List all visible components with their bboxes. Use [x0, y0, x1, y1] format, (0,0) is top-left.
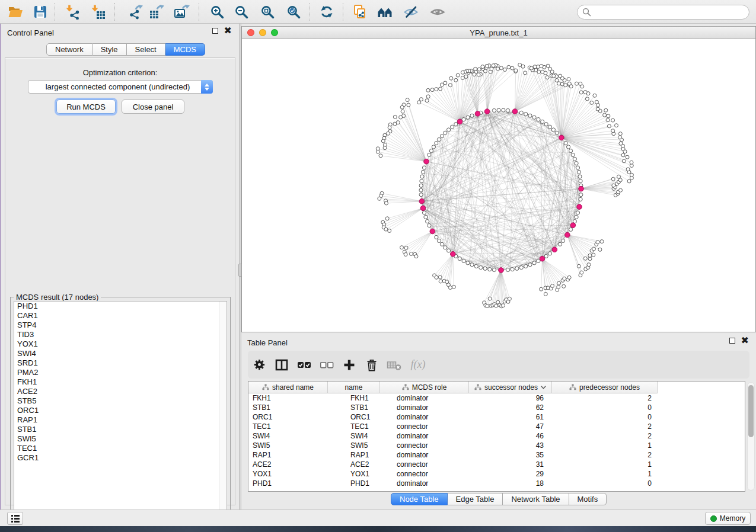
- refresh-layout-icon[interactable]: [317, 2, 337, 21]
- float-panel-icon[interactable]: [212, 28, 218, 34]
- table-row[interactable]: SWI4SWI4dominator462: [248, 431, 658, 441]
- table-scrollbar[interactable]: [747, 382, 755, 491]
- task-list-button[interactable]: [7, 512, 23, 525]
- tab-network-table[interactable]: Network Table: [503, 493, 569, 505]
- close-panel-icon[interactable]: ✖: [224, 28, 232, 34]
- column-header-successor-nodes[interactable]: successor nodes: [469, 382, 552, 393]
- search-field[interactable]: [577, 5, 749, 20]
- toolbar-separator: [199, 3, 199, 21]
- delete-column-icon[interactable]: [361, 354, 383, 376]
- mcds-result-item[interactable]: SRD1: [14, 358, 227, 368]
- search-input[interactable]: [594, 8, 749, 17]
- hide-selected-icon[interactable]: [401, 2, 421, 21]
- table-row[interactable]: YOX1YOX1connector291: [248, 469, 658, 479]
- zoom-fit-icon[interactable]: [257, 2, 277, 21]
- zoom-out-icon[interactable]: [231, 2, 251, 21]
- optimization-criterion-select[interactable]: largest connected component (undirected): [28, 80, 213, 94]
- column-header-label: name: [344, 383, 362, 392]
- network-window-titlebar[interactable]: YPA_prune.txt_1: [242, 27, 755, 39]
- table-panel-tabs: Node Table Edge Table Network Table Moti…: [391, 493, 607, 505]
- table-row[interactable]: RAP1RAP1dominator352: [248, 450, 658, 460]
- mcds-result-item[interactable]: SWI4: [14, 349, 227, 358]
- mcds-result-item[interactable]: PHD1: [14, 302, 227, 311]
- scrollbar-thumb[interactable]: [748, 385, 754, 437]
- column-header-name[interactable]: name: [328, 382, 380, 393]
- add-column-icon[interactable]: [338, 354, 361, 376]
- mcds-result-item[interactable]: SWI5: [14, 434, 227, 444]
- close-panel-button[interactable]: Close panel: [122, 100, 184, 114]
- control-panel-title: Control Panel: [7, 28, 54, 37]
- control-panel-tabs: Network Style Select MCDS: [46, 43, 205, 56]
- tab-edge-table[interactable]: Edge Table: [448, 493, 503, 505]
- tab-motifs[interactable]: Motifs: [569, 493, 607, 505]
- column-header-shared-name[interactable]: shared name: [248, 382, 328, 393]
- memory-button[interactable]: Memory: [705, 512, 751, 525]
- table-row[interactable]: FKH1FKH1dominator962: [248, 393, 658, 403]
- tab-select[interactable]: Select: [127, 43, 165, 56]
- mcds-result-item[interactable]: STB5: [14, 396, 227, 406]
- table-row[interactable]: STB1STB1dominator620: [248, 403, 658, 412]
- mcds-result-list[interactable]: PHD1CAR1STP4TID3YOX1SWI4SRD1PMA2FKH1ACE2…: [14, 301, 227, 514]
- mcds-result-item[interactable]: ACE2: [14, 387, 227, 396]
- show-columns-icon[interactable]: [270, 354, 293, 376]
- mcds-result-item[interactable]: STP4: [14, 321, 227, 330]
- mcds-result-item[interactable]: CAR1: [14, 311, 227, 321]
- clone-network-icon[interactable]: [350, 2, 370, 21]
- mcds-result-item[interactable]: ORC1: [14, 406, 227, 415]
- cell-successor_nodes: 47: [469, 422, 552, 431]
- list-icon: [11, 515, 20, 523]
- tab-style[interactable]: Style: [92, 43, 127, 56]
- import-table-icon[interactable]: [88, 2, 109, 21]
- mcds-result-item[interactable]: YOX1: [14, 339, 227, 349]
- float-panel-icon[interactable]: [729, 338, 735, 344]
- cell-shared_name: STB1: [248, 403, 328, 412]
- list-scrollbar[interactable]: [219, 302, 227, 513]
- zoom-selected-icon[interactable]: [283, 2, 304, 21]
- search-icon: [582, 8, 591, 17]
- export-table-icon[interactable]: [146, 2, 167, 21]
- table-row[interactable]: TEC1TEC1connector472: [248, 422, 658, 431]
- column-header-predecessor-nodes[interactable]: predecessor nodes: [552, 382, 658, 393]
- column-header-MCDS-role[interactable]: MCDS role: [380, 382, 469, 393]
- optimization-criterion-label: Optimization criterion:: [5, 68, 235, 77]
- import-network-icon[interactable]: [63, 2, 83, 21]
- mcds-result-item[interactable]: STB1: [14, 425, 227, 434]
- cell-name: SWI4: [328, 431, 380, 441]
- table-settings-icon[interactable]: [248, 354, 270, 376]
- cell-predecessor_nodes: 2: [552, 431, 658, 441]
- first-neighbors-icon[interactable]: [375, 2, 395, 21]
- mcds-result-item[interactable]: RAP1: [14, 415, 227, 425]
- cell-shared_name: RAP1: [248, 450, 328, 460]
- cell-name: FKH1: [328, 393, 380, 403]
- delete-table-icon[interactable]: [383, 354, 406, 376]
- open-session-icon[interactable]: [5, 2, 25, 21]
- show-all-icon[interactable]: [428, 2, 448, 21]
- close-panel-icon[interactable]: ✖: [741, 338, 749, 344]
- memory-status-icon: [710, 515, 717, 522]
- tab-network[interactable]: Network: [46, 43, 92, 56]
- mcds-result-item[interactable]: PMA2: [14, 368, 227, 377]
- column-header-label: MCDS role: [412, 383, 447, 392]
- mcds-result-item[interactable]: TID3: [14, 330, 227, 339]
- table-row[interactable]: PHD1PHD1dominator180: [248, 479, 658, 488]
- mcds-result-item[interactable]: TEC1: [14, 444, 227, 453]
- deselect-all-icon[interactable]: [315, 354, 338, 376]
- save-session-icon[interactable]: [30, 2, 50, 21]
- table-row[interactable]: SWI5SWI5connector431: [248, 441, 658, 450]
- network-graph-canvas[interactable]: [242, 39, 755, 332]
- export-network-icon[interactable]: [126, 2, 146, 21]
- tab-node-table[interactable]: Node Table: [391, 493, 448, 505]
- select-all-icon[interactable]: [293, 354, 315, 376]
- table-panel: Table Panel ✖: [241, 334, 756, 509]
- export-image-icon[interactable]: [171, 2, 192, 21]
- table-row[interactable]: ACE2ACE2connector311: [248, 460, 658, 469]
- run-mcds-button[interactable]: Run MCDS: [56, 100, 116, 114]
- mcds-result-item[interactable]: FKH1: [14, 377, 227, 387]
- mcds-result-item[interactable]: GCR1: [14, 453, 227, 463]
- tab-mcds[interactable]: MCDS: [165, 43, 205, 56]
- cell-successor_nodes: 61: [469, 412, 552, 422]
- table-panel-title: Table Panel: [247, 338, 288, 347]
- function-builder-icon[interactable]: f(x): [406, 354, 428, 376]
- zoom-in-icon[interactable]: [207, 2, 227, 21]
- table-row[interactable]: ORC1ORC1dominator610: [248, 412, 658, 422]
